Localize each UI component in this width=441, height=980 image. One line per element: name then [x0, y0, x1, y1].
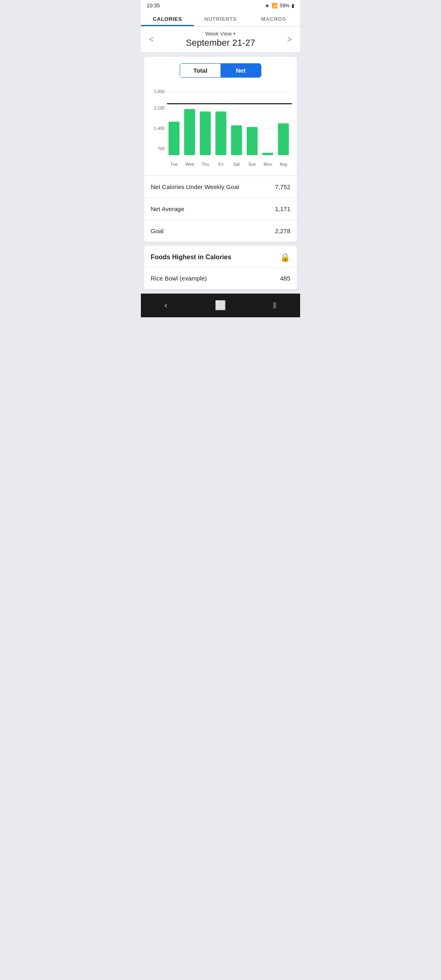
status-bar: 10:35 ★ 📶 59% ▮: [141, 0, 300, 10]
back-nav-button[interactable]: ‹: [156, 298, 176, 313]
toggle-row: Total Net: [144, 57, 297, 82]
status-time: 10:35: [147, 2, 160, 9]
foods-card: Foods Highest in Calories 🔒 Rice Bowl (e…: [144, 246, 297, 290]
svg-text:Wed: Wed: [185, 162, 194, 167]
svg-text:700: 700: [158, 146, 165, 151]
foods-title: Foods Highest in Calories: [151, 254, 231, 261]
chart-container: 2,800 2,100 1,400 700 Tue: [148, 86, 293, 176]
next-week-button[interactable]: >: [283, 31, 296, 47]
svg-rect-11: [184, 109, 195, 155]
food-item-row: Rice Bowl (example) 485: [144, 267, 297, 290]
net-toggle-button[interactable]: Net: [220, 64, 261, 77]
foods-header: Foods Highest in Calories 🔒: [144, 246, 297, 267]
tab-calories[interactable]: CALORIES: [141, 10, 194, 26]
stats-section: Net Calories Under Weekly Goal 7,752 Net…: [144, 176, 297, 242]
chart-area: 2,800 2,100 1,400 700 Tue: [144, 82, 297, 176]
week-nav-center: Week View ▾ September 21-27: [158, 31, 283, 48]
chart-card: Total Net 2,800 2,100 1,400 700: [144, 57, 297, 242]
battery-icon: ▮: [292, 3, 294, 9]
svg-text:Thu: Thu: [202, 162, 209, 167]
bar-chart: 2,800 2,100 1,400 700 Tue: [148, 86, 293, 176]
status-icons: ★ 📶 59% ▮: [265, 3, 294, 9]
stat-label-weekly-goal: Net Calories Under Weekly Goal: [151, 183, 239, 190]
stat-value-weekly-goal: 7,752: [275, 183, 290, 190]
recent-nav-button[interactable]: ⦀: [265, 298, 285, 313]
svg-text:Fri: Fri: [218, 162, 223, 167]
tab-bar: CALORIES NUTRIENTS MACROS: [141, 10, 300, 27]
food-name: Rice Bowl (example): [151, 275, 207, 282]
svg-text:Sat: Sat: [233, 162, 240, 167]
stat-label-net-avg: Net Average: [151, 205, 184, 212]
svg-rect-21: [262, 153, 273, 155]
home-nav-button[interactable]: ⬜: [207, 298, 234, 313]
svg-text:2,800: 2,800: [154, 89, 165, 94]
stat-label-goal: Goal: [151, 227, 164, 234]
week-nav: < Week View ▾ September 21-27 >: [141, 27, 300, 53]
svg-rect-23: [278, 123, 289, 155]
svg-text:2,100: 2,100: [154, 105, 165, 110]
stat-row-net-avg: Net Average 1,171: [144, 198, 297, 220]
stat-value-goal: 2,278: [275, 227, 290, 234]
svg-rect-13: [200, 111, 211, 155]
svg-text:Tue: Tue: [170, 162, 178, 167]
tab-nutrients[interactable]: NUTRIENTS: [194, 10, 247, 26]
week-date-range: September 21-27: [158, 38, 283, 48]
bluetooth-icon: ★: [265, 3, 270, 9]
food-calories: 485: [280, 275, 290, 282]
wifi-icon: 📶: [272, 3, 278, 9]
svg-rect-15: [216, 111, 227, 155]
svg-text:Mon: Mon: [264, 162, 272, 167]
stat-row-weekly-goal: Net Calories Under Weekly Goal 7,752: [144, 176, 297, 198]
svg-text:Sun: Sun: [248, 162, 256, 167]
prev-week-button[interactable]: <: [145, 31, 158, 47]
total-toggle-button[interactable]: Total: [180, 64, 220, 77]
week-view-dropdown-icon: ▾: [233, 31, 236, 36]
battery-text: 59%: [280, 3, 290, 9]
svg-text:1,400: 1,400: [154, 126, 165, 131]
tab-macros[interactable]: MACROS: [247, 10, 300, 26]
bottom-nav-bar: ‹ ⬜ ⦀: [141, 294, 300, 317]
svg-text:Avg: Avg: [280, 162, 287, 167]
week-view-label[interactable]: Week View ▾: [158, 31, 283, 37]
lock-icon: 🔒: [280, 252, 290, 262]
toggle-button-group: Total Net: [180, 63, 261, 78]
stat-value-net-avg: 1,171: [275, 205, 290, 212]
stat-row-goal: Goal 2,278: [144, 220, 297, 242]
svg-rect-9: [169, 122, 180, 155]
svg-rect-19: [247, 127, 258, 155]
svg-rect-17: [231, 125, 242, 155]
